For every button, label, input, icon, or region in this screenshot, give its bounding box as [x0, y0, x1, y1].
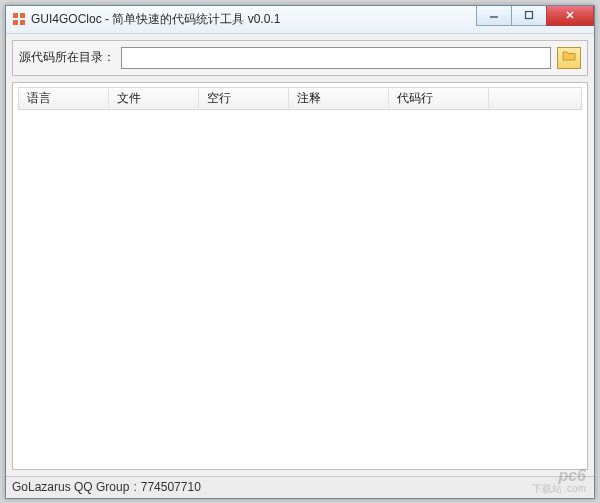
- source-dir-label: 源代码所在目录：: [19, 49, 115, 66]
- status-group-label: GoLazarus QQ Group: [12, 480, 129, 494]
- maximize-button[interactable]: [511, 6, 547, 26]
- status-separator: :: [133, 480, 136, 494]
- col-filler: [489, 88, 581, 109]
- status-bar: GoLazarus QQ Group : 774507710: [6, 476, 594, 498]
- browse-button[interactable]: [557, 47, 581, 69]
- table-header: 语言 文件 空行 注释 代码行: [18, 87, 582, 110]
- col-comment[interactable]: 注释: [289, 88, 389, 109]
- close-button[interactable]: [546, 6, 594, 26]
- col-language[interactable]: 语言: [19, 88, 109, 109]
- svg-rect-5: [526, 12, 533, 19]
- client-area: 源代码所在目录： 语言 文件 空行 注释 代码行: [6, 34, 594, 476]
- titlebar[interactable]: GUI4GOCloc - 简单快速的代码统计工具 v0.0.1: [6, 6, 594, 34]
- window-title: GUI4GOCloc - 简单快速的代码统计工具 v0.0.1: [31, 11, 477, 28]
- folder-icon: [562, 50, 576, 65]
- source-dir-input[interactable]: [121, 47, 551, 69]
- results-table-panel: 语言 文件 空行 注释 代码行: [12, 82, 588, 470]
- svg-rect-0: [13, 13, 18, 18]
- svg-rect-2: [13, 20, 18, 25]
- col-code[interactable]: 代码行: [389, 88, 489, 109]
- svg-rect-1: [20, 13, 25, 18]
- app-icon: [12, 12, 26, 26]
- table-body[interactable]: [18, 110, 582, 464]
- status-group-number: 774507710: [141, 480, 201, 494]
- app-window: GUI4GOCloc - 简单快速的代码统计工具 v0.0.1 源代码所在目录：: [5, 5, 595, 499]
- window-controls: [477, 6, 594, 33]
- col-files[interactable]: 文件: [109, 88, 199, 109]
- col-blank[interactable]: 空行: [199, 88, 289, 109]
- minimize-button[interactable]: [476, 6, 512, 26]
- source-dir-panel: 源代码所在目录：: [12, 40, 588, 76]
- svg-rect-3: [20, 20, 25, 25]
